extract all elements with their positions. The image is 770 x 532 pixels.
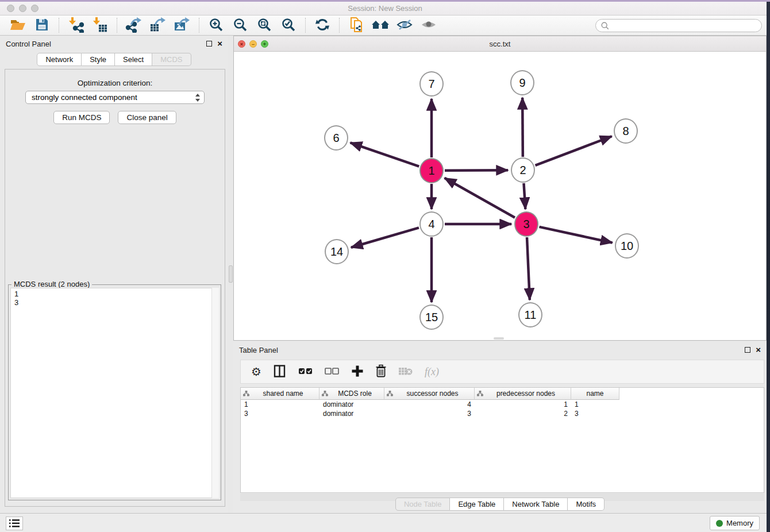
zoom-selected-button[interactable] — [276, 17, 301, 34]
graph-node-14[interactable]: 14 — [325, 239, 349, 264]
result-scrollbar[interactable] — [211, 288, 219, 498]
edge-layer — [234, 52, 766, 340]
tab-network-table[interactable]: Network Table — [504, 498, 568, 511]
node-table[interactable]: shared nameMCDS rolesuccessor nodesprede… — [240, 387, 764, 493]
column-header-predecessor-nodes[interactable]: predecessor nodes — [475, 388, 571, 400]
graph-edge-3-10[interactable] — [539, 227, 612, 243]
graph-node-9[interactable]: 9 — [510, 70, 534, 95]
graph-edge-2-8[interactable] — [536, 136, 612, 165]
zoom-in-icon — [209, 17, 224, 34]
column-layout-button[interactable] — [273, 363, 287, 380]
graph-node-1[interactable]: 1 — [419, 158, 444, 183]
memory-button[interactable]: Memory — [710, 516, 760, 530]
table-row[interactable]: 1dominator411 — [241, 400, 764, 409]
close-panel-icon[interactable]: × — [217, 41, 222, 47]
graph-edge-2-3[interactable] — [523, 183, 525, 209]
export-network-button[interactable] — [122, 17, 146, 34]
tab-network[interactable]: Network — [37, 53, 82, 66]
hide-selected-button[interactable] — [392, 17, 417, 34]
network-minimize-button[interactable]: – — [249, 40, 257, 48]
column-header-name[interactable]: name — [571, 388, 619, 400]
graph-node-8[interactable]: 8 — [614, 118, 638, 144]
deselect-checkboxes-button[interactable] — [325, 363, 340, 380]
zoom-in-button[interactable] — [204, 17, 228, 34]
toolbar-separator — [339, 18, 340, 33]
graph-node-15[interactable]: 15 — [419, 304, 444, 330]
network-title: scc.txt — [234, 36, 766, 52]
save-session-icon — [35, 18, 49, 33]
column-header-successor-nodes[interactable]: successor nodes — [384, 388, 475, 400]
zoom-fit-button[interactable] — [252, 17, 276, 34]
delete-table-button — [398, 363, 413, 380]
graph-node-7[interactable]: 7 — [419, 71, 444, 97]
tab-node-table[interactable]: Node Table — [395, 498, 451, 511]
save-session-button[interactable] — [30, 17, 54, 34]
graph-edge-3-11[interactable] — [527, 237, 530, 300]
network-close-button[interactable]: × — [238, 40, 245, 48]
cell-shared-name[interactable]: 1 — [241, 400, 319, 408]
close-table-panel-icon[interactable]: × — [756, 347, 761, 353]
cell-shared-name[interactable]: 3 — [241, 410, 319, 418]
import-table-button[interactable] — [88, 17, 112, 34]
new-network-from-selection-button[interactable] — [344, 17, 368, 34]
graph-edge-1-2[interactable] — [445, 170, 508, 171]
graph-node-10[interactable]: 10 — [615, 233, 639, 259]
search-box[interactable] — [595, 19, 762, 32]
tab-style[interactable]: Style — [82, 53, 115, 66]
hierarchy-home-button[interactable] — [368, 17, 392, 34]
float-panel-icon[interactable] — [206, 41, 212, 47]
close-window-button[interactable] — [7, 5, 14, 12]
tab-select[interactable]: Select — [115, 53, 152, 66]
graph-edge-4-14[interactable] — [351, 228, 419, 247]
mcds-result-list[interactable]: 1 3 — [10, 288, 219, 498]
task-history-button[interactable] — [6, 516, 23, 530]
graph-edge-2-9[interactable] — [522, 98, 523, 157]
float-table-panel-icon[interactable] — [745, 347, 750, 353]
graph-edge-3-1[interactable] — [445, 178, 515, 218]
graph-node-11[interactable]: 11 — [518, 302, 542, 327]
maximize-window-button[interactable] — [31, 5, 38, 12]
import-network-button[interactable] — [64, 17, 88, 34]
add-row-button[interactable] — [351, 363, 364, 380]
cell-successor-nodes[interactable]: 3 — [384, 410, 475, 418]
delete-row-button[interactable] — [375, 363, 387, 380]
cell-MCDS-role[interactable]: dominator — [319, 410, 384, 418]
search-input[interactable] — [610, 20, 761, 32]
mcds-result-title: MCDS result (2 nodes) — [11, 280, 92, 288]
cell-MCDS-role[interactable]: dominator — [319, 400, 384, 408]
column-header-MCDS-role[interactable]: MCDS role — [319, 388, 384, 400]
refresh-button[interactable] — [310, 17, 334, 34]
optimization-criterion-select[interactable]: strongly connected component — [25, 91, 205, 104]
show-all-button[interactable] — [417, 17, 441, 34]
minimize-window-button[interactable] — [19, 5, 26, 12]
cell-predecessor-nodes[interactable]: 1 — [475, 400, 571, 408]
open-file-button[interactable] — [6, 17, 30, 34]
graph-node-3[interactable]: 3 — [514, 211, 538, 237]
cell-successor-nodes[interactable]: 4 — [384, 400, 475, 408]
hierarchy-icon — [387, 391, 393, 396]
graph-node-2[interactable]: 2 — [511, 157, 535, 183]
graph-node-4[interactable]: 4 — [419, 211, 444, 237]
select-all-checkboxes-button[interactable] — [298, 363, 313, 380]
tab-mcds[interactable]: MCDS — [152, 53, 191, 66]
cell-predecessor-nodes[interactable]: 2 — [475, 410, 571, 418]
tab-motifs[interactable]: Motifs — [568, 498, 605, 511]
close-panel-button[interactable]: Close panel — [118, 111, 176, 124]
run-mcds-button[interactable]: Run MCDS — [53, 111, 110, 124]
tab-edge-table[interactable]: Edge Table — [450, 498, 504, 511]
column-header-shared-name[interactable]: shared name — [241, 388, 319, 400]
toolbar-separator — [199, 18, 199, 33]
network-canvas[interactable]: 7968124314101511 — [234, 52, 766, 340]
export-table-button[interactable] — [146, 17, 170, 34]
zoom-out-button[interactable] — [228, 17, 252, 34]
graph-edge-1-6[interactable] — [351, 142, 419, 166]
table-row[interactable]: 3dominator323 — [241, 409, 764, 418]
graph-node-6[interactable]: 6 — [324, 125, 348, 151]
cell-name[interactable]: 3 — [571, 410, 619, 418]
network-maximize-button[interactable]: + — [261, 40, 268, 48]
horizontal-splitter-handle[interactable] — [494, 337, 504, 340]
table-settings-gear-button[interactable]: ⚙ — [251, 363, 261, 380]
cell-name[interactable]: 1 — [571, 400, 619, 408]
vertical-splitter-handle[interactable] — [229, 265, 233, 283]
export-image-button[interactable] — [170, 17, 194, 34]
